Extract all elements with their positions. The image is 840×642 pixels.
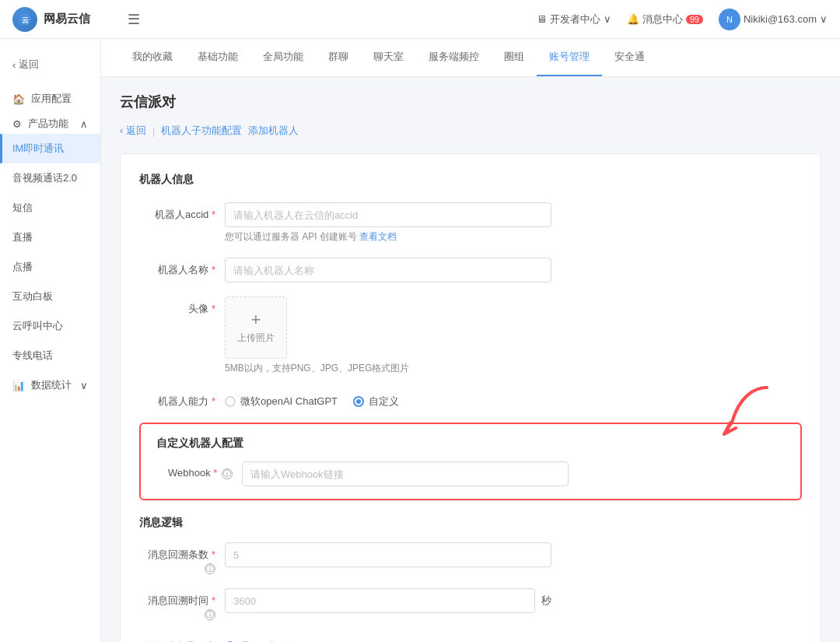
sidebar-item-vod[interactable]: 点播	[0, 252, 100, 282]
form-card: 机器人信息 机器人accid * 您可以通过服务器 API 创建账号 查看文档	[120, 153, 821, 642]
avatar-hint: 5MB以内，支持PNG、JPG、JPEG格式图片	[225, 362, 551, 375]
tab-server-broadcast[interactable]: 服务端频控	[416, 39, 492, 76]
chart-icon: 📊	[12, 380, 25, 391]
avatar-row: 头像 * + 上传照片 5MB以内，支持PNG、JPG、JPEG格式图片	[139, 296, 802, 375]
radio-circle-openai	[225, 396, 236, 407]
sidebar: ‹ 返回 🏠 应用配置 ⚙ 产品功能 ∧ IM即时通讯 音视频通话2.0 短信	[0, 39, 101, 642]
dev-center-link[interactable]: 🖥 开发者中心 ∨	[537, 12, 611, 26]
plus-icon: +	[251, 311, 261, 328]
settings-icon: ⚙	[12, 118, 22, 130]
home-icon: 🏠	[12, 93, 25, 105]
tab-chatroom[interactable]: 聊天室	[361, 39, 416, 76]
cooldown-time-unit: 秒	[541, 594, 551, 608]
logo-text: 网易云信	[44, 12, 90, 26]
sidebar-item-product-func[interactable]: ⚙ 产品功能 ∧	[0, 109, 100, 134]
dev-center-icon: 🖥	[537, 13, 547, 25]
tab-circle[interactable]: 圈组	[492, 39, 537, 76]
bell-icon: 🔔	[627, 13, 639, 25]
direct-send-label: 回复消息是否直接下放	[139, 634, 225, 642]
direct-send-radio-group: 是 否	[225, 634, 551, 642]
top-nav: 云 网易云信 ☰ 🖥 开发者中心 ∨ 🔔 消息中心 99 N Nikiki@16…	[0, 0, 840, 39]
ability-radio-custom[interactable]: 自定义	[353, 395, 399, 409]
message-badge: 99	[686, 15, 703, 24]
accid-hint-link[interactable]: 查看文档	[359, 231, 397, 242]
tab-account-mgmt[interactable]: 账号管理	[537, 39, 602, 76]
sidebar-item-im[interactable]: IM即时通讯	[0, 134, 100, 163]
chevron-up-icon: ∧	[80, 118, 88, 130]
sidebar-back-btn[interactable]: ‹ 返回	[0, 51, 100, 78]
chevron-left-icon: ‹	[120, 125, 123, 136]
sidebar-item-live[interactable]: 直播	[0, 223, 100, 252]
webhook-info-icon[interactable]: ⓘ	[222, 468, 233, 479]
custom-config-container: 自定义机器人配置 Webhook * ⓘ	[139, 423, 802, 500]
main-layout: ‹ 返回 🏠 应用配置 ⚙ 产品功能 ∧ IM即时通讯 音视频通话2.0 短信	[0, 39, 840, 642]
name-row: 机器人名称 *	[139, 258, 802, 282]
ability-label: 机器人能力 *	[139, 389, 225, 409]
cooldown-time-row: 消息回溯时间 * ⓘ 秒	[139, 588, 802, 620]
cooldown-time-info-icon[interactable]: ⓘ	[205, 609, 215, 620]
sidebar-item-whiteboard[interactable]: 互动白板	[0, 282, 100, 311]
webhook-label: Webhook * ⓘ	[156, 461, 242, 479]
logo-icon: 云	[12, 7, 37, 32]
accid-input[interactable]	[225, 202, 551, 227]
breadcrumb-back[interactable]: ‹ 返回	[120, 124, 146, 138]
cooldown-time-input[interactable]	[225, 588, 535, 613]
upload-avatar-btn[interactable]: + 上传照片	[225, 296, 287, 359]
tab-security[interactable]: 安全通	[602, 39, 657, 76]
avatar: N	[719, 9, 740, 30]
chevron-down-icon: ∨	[80, 380, 88, 391]
message-center-link[interactable]: 🔔 消息中心 99	[627, 12, 703, 26]
breadcrumb-current: 添加机器人	[248, 124, 299, 138]
tab-favorites[interactable]: 我的收藏	[120, 39, 185, 76]
page-content: 云信派对 ‹ 返回 | 机器人子功能配置 添加机器人 机器人信息 机器人acci…	[101, 77, 840, 642]
sidebar-item-sms[interactable]: 短信	[0, 193, 100, 223]
nav-right: 🖥 开发者中心 ∨ 🔔 消息中心 99 N Nikiki@163.com ∨	[537, 9, 828, 30]
accid-row: 机器人accid * 您可以通过服务器 API 创建账号 查看文档	[139, 202, 802, 244]
logo-area: 云 网易云信	[12, 7, 121, 32]
breadcrumb: ‹ 返回 | 机器人子功能配置 添加机器人	[120, 124, 821, 138]
tab-bar: 我的收藏 基础功能 全局功能 群聊 聊天室 服务端频控 圈组 账号管理 安全通	[101, 39, 840, 77]
sidebar-item-data-stats[interactable]: 📊 数据统计 ∨	[0, 370, 100, 395]
tab-group[interactable]: 群聊	[316, 39, 361, 76]
breadcrumb-parent[interactable]: 机器人子功能配置	[161, 124, 242, 138]
accid-hint: 您可以通过服务器 API 创建账号 查看文档	[225, 230, 551, 244]
custom-config-title: 自定义机器人配置	[156, 437, 785, 451]
back-chevron-icon: ‹	[12, 59, 16, 71]
sidebar-item-audio-video[interactable]: 音视频通话2.0	[0, 163, 100, 193]
radio-circle-custom	[353, 396, 364, 407]
message-logic-title: 消息逻辑	[139, 516, 802, 530]
name-input[interactable]	[225, 258, 551, 282]
sidebar-item-app-config[interactable]: 🏠 应用配置	[0, 84, 100, 109]
message-logic-section: 消息逻辑 消息回溯条数 * ⓘ	[139, 516, 802, 642]
name-label: 机器人名称 *	[139, 258, 225, 277]
cooldown-count-input[interactable]	[225, 542, 551, 567]
tab-global[interactable]: 全局功能	[250, 39, 316, 76]
sidebar-item-hotline[interactable]: 专线电话	[0, 341, 100, 370]
tab-basic[interactable]: 基础功能	[185, 39, 250, 76]
webhook-row: Webhook * ⓘ	[156, 461, 785, 486]
cooldown-count-row: 消息回溯条数 * ⓘ	[139, 542, 802, 574]
ability-radio-group: 微软openAI ChatGPT 自定义	[225, 389, 551, 409]
accid-label: 机器人accid *	[139, 202, 225, 222]
avatar-label: 头像 *	[139, 296, 225, 316]
direct-send-row: 回复消息是否直接下放 是 否	[139, 634, 802, 642]
robot-info-title: 机器人信息	[139, 173, 802, 187]
cooldown-time-label: 消息回溯时间 * ⓘ	[139, 588, 225, 620]
ability-radio-openai[interactable]: 微软openAI ChatGPT	[225, 395, 338, 409]
user-menu[interactable]: N Nikiki@163.com ∨	[719, 9, 828, 30]
sidebar-item-callcenter[interactable]: 云呼叫中心	[0, 311, 100, 341]
hamburger-icon[interactable]: ☰	[128, 11, 140, 28]
svg-text:云: 云	[22, 16, 29, 24]
cooldown-count-label: 消息回溯条数 * ⓘ	[139, 542, 225, 574]
ability-row: 机器人能力 * 微软openAI ChatGPT 自定义	[139, 389, 802, 409]
custom-config-box: 自定义机器人配置 Webhook * ⓘ	[139, 423, 802, 500]
main-content: 我的收藏 基础功能 全局功能 群聊 聊天室 服务端频控 圈组 账号管理 安全通 …	[101, 39, 840, 642]
webhook-input[interactable]	[242, 461, 569, 486]
cooldown-count-info-icon[interactable]: ⓘ	[205, 563, 215, 574]
page-title: 云信派对	[120, 93, 821, 111]
